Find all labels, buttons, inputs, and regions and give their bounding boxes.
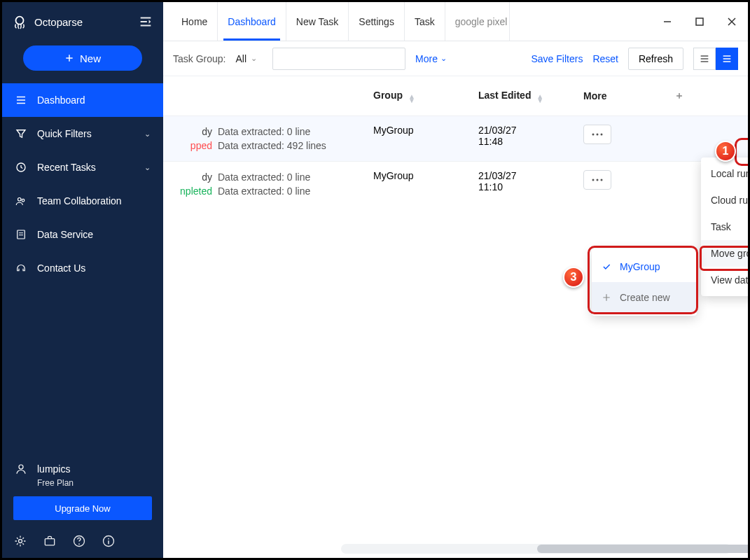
plan-label: Free Plan xyxy=(2,477,163,496)
svg-point-17 xyxy=(592,179,595,181)
sidebar-item-data-service[interactable]: Data Service xyxy=(2,218,163,251)
sort-icon: ▲▼ xyxy=(408,94,415,103)
cell-time: 11:48 xyxy=(478,136,583,147)
tab-label: Dashboard xyxy=(228,16,276,27)
sidebar-item-label: Data Service xyxy=(37,229,93,240)
menu-label: View data xyxy=(711,274,750,286)
team-icon xyxy=(15,195,27,207)
svg-point-2 xyxy=(18,198,22,202)
sidebar-item-label: Contact Us xyxy=(37,262,85,274)
annotation-badge: 1 xyxy=(715,141,736,162)
brand: Octoparse xyxy=(12,14,83,29)
upgrade-label: Upgrade Now xyxy=(55,503,111,514)
tab-settings[interactable]: Settings xyxy=(349,2,405,41)
submenu-label: Create new xyxy=(620,292,670,303)
new-task-button[interactable]: New xyxy=(23,46,142,71)
row-more-button[interactable] xyxy=(583,125,611,144)
sidebar-item-dashboard[interactable]: Dashboard xyxy=(2,83,163,117)
info-line: Data extracted: 492 lines xyxy=(218,139,373,153)
submenu-current-group[interactable]: MyGroup xyxy=(592,251,697,282)
submenu-create-new[interactable]: Create new xyxy=(592,282,697,313)
horizontal-scrollbar[interactable] xyxy=(341,544,731,554)
tab-label: google pixel xyxy=(455,16,508,27)
sidebar: Octoparse New Dashboard Quick Filters ⌄ … xyxy=(2,2,163,558)
col-group[interactable]: Group ▲▼ xyxy=(373,90,478,103)
plus-icon xyxy=(64,53,74,63)
tab-task[interactable]: Task xyxy=(405,2,445,41)
table-row[interactable]: dy npleted Data extracted: 0 line Data e… xyxy=(163,161,748,206)
tab-google-pixel[interactable]: google pixel xyxy=(445,2,510,41)
window-minimize[interactable] xyxy=(651,2,683,41)
search-input[interactable] xyxy=(279,53,401,64)
svg-point-0 xyxy=(16,17,24,24)
tab-dashboard[interactable]: Dashboard xyxy=(218,2,286,41)
user-info[interactable]: lumpics xyxy=(2,456,163,477)
chevron-down-icon: ⌄ xyxy=(251,54,257,63)
cell-group: MyGroup xyxy=(373,170,478,198)
refresh-button[interactable]: Refresh xyxy=(628,48,683,70)
reset-link[interactable]: Reset xyxy=(592,53,618,64)
svg-point-16 xyxy=(601,134,603,136)
filter-icon xyxy=(15,127,27,140)
info-line: Data extracted: 0 line xyxy=(218,125,373,139)
status-bottom: pped xyxy=(176,139,212,153)
window-maximize[interactable] xyxy=(683,2,716,41)
check-icon xyxy=(602,262,611,272)
collapse-sidebar-icon[interactable] xyxy=(138,14,153,29)
save-filters-link[interactable]: Save Filters xyxy=(531,53,583,64)
menu-local-runs[interactable]: Local runs› xyxy=(701,160,750,187)
view-list[interactable] xyxy=(693,48,716,70)
help-icon[interactable] xyxy=(72,534,86,548)
task-group-select[interactable]: All ⌄ xyxy=(235,53,263,64)
info-icon[interactable] xyxy=(102,534,116,548)
brand-label: Octoparse xyxy=(34,16,83,28)
info-line: Data extracted: 0 line xyxy=(218,170,373,184)
cell-time: 11:10 xyxy=(478,181,583,192)
col-more: More xyxy=(583,90,674,102)
plus-icon xyxy=(602,293,611,302)
menu-label: Task xyxy=(711,221,731,232)
task-group-label: Task Group: xyxy=(173,53,225,64)
tab-new-task[interactable]: New Task xyxy=(286,2,349,41)
new-label: New xyxy=(80,52,101,64)
sidebar-item-label: Recent Tasks xyxy=(37,162,96,173)
svg-point-3 xyxy=(22,199,25,202)
menu-move-group[interactable]: Move group› xyxy=(701,240,750,267)
briefcase-icon[interactable] xyxy=(43,534,57,548)
tab-home[interactable]: Home xyxy=(172,2,218,41)
sidebar-item-team[interactable]: Team Collaboration xyxy=(2,184,163,218)
svg-point-18 xyxy=(597,179,599,181)
gear-icon[interactable] xyxy=(13,534,27,548)
tab-label: New Task xyxy=(296,16,338,27)
sidebar-item-quick-filters[interactable]: Quick Filters ⌄ xyxy=(2,117,163,150)
status-bottom: npleted xyxy=(176,184,212,198)
data-icon xyxy=(15,228,27,241)
search-box[interactable] xyxy=(272,48,405,70)
add-column[interactable]: ＋ xyxy=(674,90,695,102)
view-compact[interactable] xyxy=(716,48,738,70)
tab-label: Settings xyxy=(359,16,394,27)
svg-point-19 xyxy=(601,179,603,181)
sidebar-item-recent-tasks[interactable]: Recent Tasks ⌄ xyxy=(2,150,163,184)
menu-label: Local runs xyxy=(711,168,750,179)
headset-icon xyxy=(15,262,27,274)
menu-task[interactable]: Task› xyxy=(701,214,750,240)
menu-view-data[interactable]: View data› xyxy=(701,267,750,293)
annotation-badge: 3 xyxy=(563,267,584,288)
sidebar-item-contact-us[interactable]: Contact Us xyxy=(2,251,163,285)
upgrade-button[interactable]: Upgrade Now xyxy=(13,496,152,520)
table-header: Group ▲▼ Last Edited ▲▼ More ＋ xyxy=(163,76,748,115)
submenu-label: MyGroup xyxy=(620,261,660,272)
table-row[interactable]: dy pped Data extracted: 0 line Data extr… xyxy=(163,115,748,161)
sidebar-item-label: Quick Filters xyxy=(37,128,92,139)
menu-cloud-runs[interactable]: Cloud runs› xyxy=(701,187,750,214)
menu-label: Cloud runs xyxy=(711,195,750,206)
svg-point-6 xyxy=(19,540,22,543)
col-label: More xyxy=(583,90,606,102)
tab-label: Task xyxy=(415,16,435,27)
menu-icon xyxy=(15,94,27,106)
col-last-edited[interactable]: Last Edited ▲▼ xyxy=(478,90,583,103)
row-more-button[interactable] xyxy=(583,170,611,190)
window-close[interactable] xyxy=(716,2,748,41)
more-dropdown[interactable]: More ⌄ xyxy=(415,53,447,64)
